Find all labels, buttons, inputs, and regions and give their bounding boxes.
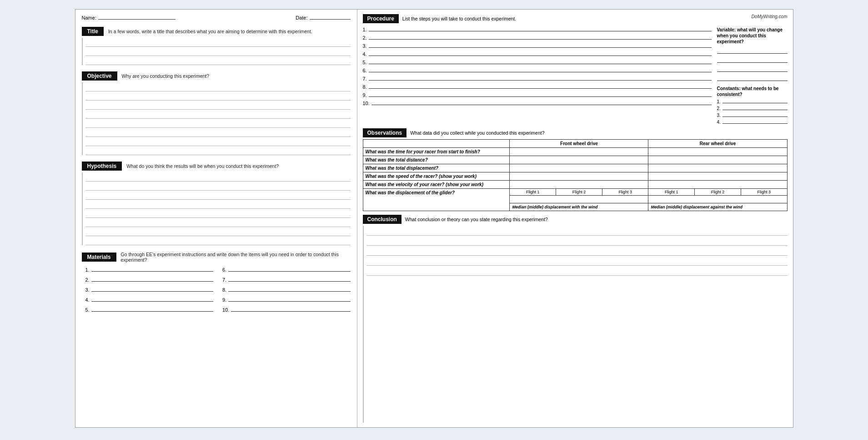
col-header-empty	[363, 140, 510, 148]
materials-item-4: 4.	[85, 294, 214, 303]
materials-section: Materials Go through EE's experiment ins…	[82, 252, 351, 313]
step-num: 3.	[363, 43, 367, 49]
table-row: What was the speed of the racer? (show y…	[363, 172, 787, 181]
observations-description: What data did you collect while you cond…	[410, 130, 544, 136]
step-num: 7.	[363, 76, 367, 81]
table-row: What was the total distance?	[363, 156, 787, 164]
var-line	[717, 65, 788, 72]
procedure-header: Procedure List the steps you will take t…	[363, 14, 517, 23]
hypothesis-header: Hypothesis What do you think the results…	[82, 162, 351, 171]
const-num: 4.	[717, 120, 721, 125]
flight-sub-fwd-3: Flight 3	[602, 189, 648, 195]
observations-table: Front wheel drive Rear wheel drive What …	[363, 139, 788, 211]
writing-line	[85, 200, 351, 209]
proc-step-8: 8.	[363, 84, 712, 90]
var-line	[717, 74, 788, 81]
proc-step-6: 6.	[363, 68, 712, 73]
proc-line	[369, 47, 712, 48]
proc-step-5: 5.	[363, 60, 712, 65]
writing-line	[85, 91, 351, 101]
const-item-1: 1.	[717, 99, 788, 104]
writing-line	[85, 110, 351, 119]
objective-header: Objective Why are you conducting this ex…	[82, 71, 351, 81]
proc-line	[369, 80, 712, 81]
step-num: 4.	[363, 51, 367, 57]
objective-description: Why are you conducting this experiment?	[122, 73, 210, 79]
row-label-speed: What was the speed of the racer? (show y…	[363, 172, 510, 181]
writing-line	[85, 236, 351, 245]
flight-sub-fwd-2: Flight 2	[556, 189, 602, 195]
conclusion-header: Conclusion What conclusion or theory can…	[363, 215, 788, 224]
row-label-displacement: What was the total displacement?	[363, 164, 510, 172]
observations-header: Observations What data did you collect w…	[363, 128, 788, 137]
row-label-velocity: What was the velocity of your racer? (sh…	[363, 181, 510, 189]
writing-line	[85, 227, 351, 236]
procedure-header-row: Procedure List the steps you will take t…	[363, 14, 788, 23]
proc-step-10: 10.	[363, 101, 712, 106]
document: Name: Date: Title In a few words, write …	[75, 9, 793, 428]
writing-line	[85, 182, 351, 191]
writing-line	[85, 218, 351, 227]
item-number: 4.	[85, 297, 90, 303]
writing-line	[85, 209, 351, 218]
writing-line	[85, 191, 351, 200]
name-date-header: Name: Date:	[82, 15, 351, 20]
var-line	[717, 56, 788, 63]
proc-step-1: 1.	[363, 27, 712, 32]
item-number: 7.	[222, 277, 226, 283]
proc-line	[369, 56, 712, 56]
glider-rwd-median: Median (middle) displacement against the…	[648, 203, 787, 211]
materials-item-6: 6.	[222, 264, 351, 273]
title-description: In a few words, write a title that descr…	[108, 29, 312, 34]
left-column: Name: Date: Title In a few words, write …	[75, 10, 357, 427]
brand-label: DoMyWriting.com	[752, 14, 788, 19]
writing-line	[85, 38, 351, 47]
step-num: 6.	[363, 68, 367, 73]
conclusion-line	[366, 236, 788, 246]
data-cell-rwd-displacement	[648, 164, 787, 172]
glider-rwd-subheaders: Flight 1 Flight 2 Flight 3	[648, 189, 787, 203]
conclusion-line	[366, 226, 788, 236]
proc-line	[369, 64, 712, 64]
conclusion-section: Conclusion What conclusion or theory can…	[363, 215, 788, 423]
item-number: 1.	[85, 267, 90, 273]
data-cell-rwd-distance	[648, 156, 787, 164]
const-num: 1.	[717, 99, 721, 104]
hypothesis-description: What do you think the results will be wh…	[126, 163, 279, 169]
materials-item-3: 3.	[85, 284, 214, 293]
var-line	[717, 46, 788, 54]
materials-item-9: 9.	[222, 294, 351, 303]
title-lines	[82, 38, 351, 65]
step-num: 5.	[363, 60, 367, 65]
date-label: Date:	[296, 15, 307, 20]
col-header-rwd: Rear wheel drive	[648, 140, 787, 148]
name-label: Name:	[82, 15, 96, 20]
variable-lines	[717, 46, 788, 81]
conclusion-description: What conclusion or theory can you state …	[405, 217, 548, 222]
data-cell-rwd-time	[648, 148, 787, 156]
conclusion-lines	[363, 226, 788, 423]
col-header-fwd: Front wheel drive	[510, 140, 648, 148]
date-underline	[310, 19, 351, 20]
proc-line	[369, 88, 712, 89]
step-num: 9.	[363, 92, 367, 98]
item-number: 9.	[222, 297, 226, 303]
row-label-glider: What was the displacement of the glider?	[363, 189, 510, 211]
const-num: 3.	[717, 113, 721, 118]
step-num: 10.	[363, 101, 370, 106]
title-label: Title	[82, 27, 104, 36]
data-cell-rwd-speed	[648, 172, 787, 181]
proc-step-2: 2.	[363, 35, 712, 40]
proc-step-4: 4.	[363, 51, 712, 57]
objective-lines	[82, 82, 351, 155]
proc-line	[371, 105, 712, 105]
materials-item-5: 5.	[85, 304, 214, 313]
proc-step-9: 9.	[363, 92, 712, 98]
table-row-glider: What was the displacement of the glider?…	[363, 189, 787, 203]
constants-label: Constants: what needs to be consistent?	[717, 86, 788, 97]
data-cell-fwd-velocity	[510, 181, 648, 189]
item-number: 2.	[85, 277, 90, 283]
materials-item-10: 10.	[222, 304, 351, 313]
conclusion-line	[366, 266, 788, 276]
materials-label: Materials	[82, 253, 116, 262]
